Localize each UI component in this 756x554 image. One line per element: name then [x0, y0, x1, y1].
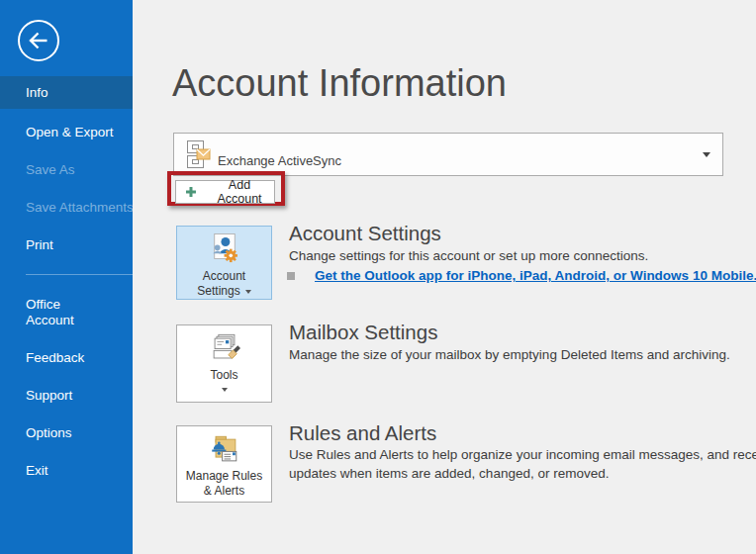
- back-arrow-icon: [16, 18, 61, 63]
- sidebar-item-save-attachments: Save Attachments: [0, 190, 133, 224]
- account-settings-icon: [206, 233, 243, 267]
- manage-rules-icon: [206, 433, 243, 467]
- sidebar-item-support[interactable]: Support: [0, 378, 133, 412]
- sidebar-item-label: Open & Export: [26, 125, 114, 139]
- section-description-mailbox-settings: Manage the size of your mailbox by empty…: [289, 345, 730, 364]
- add-account-label: Add Account: [205, 178, 274, 206]
- add-account-button[interactable]: Add Account: [175, 180, 275, 204]
- back-button[interactable]: [16, 18, 61, 63]
- sidebar-item-label: Exit: [26, 463, 48, 478]
- sidebar-item-options[interactable]: Options: [0, 416, 133, 449]
- tile-label-text: Manage Rules & Alerts: [186, 469, 262, 498]
- sidebar-item-feedback[interactable]: Feedback: [0, 340, 133, 374]
- section-heading-account-settings: Account Settings: [289, 222, 441, 245]
- bullet-square-icon: [287, 272, 295, 280]
- tile-label-text: Tools: [210, 368, 237, 382]
- outlook-app-link-row: Get the Outlook app for iPhone, iPad, An…: [287, 268, 756, 283]
- manage-rules-alerts-button[interactable]: Manage Rules & Alerts: [176, 425, 272, 503]
- tile-label: Account Settings: [181, 269, 268, 299]
- tile-label: Manage Rules & Alerts: [181, 469, 268, 499]
- section-heading-rules-alerts: Rules and Alerts: [289, 421, 436, 445]
- section-heading-mailbox-settings: Mailbox Settings: [289, 321, 437, 344]
- sidebar-item-info[interactable]: Info: [0, 76, 133, 109]
- mail-account-icon: [184, 139, 211, 170]
- tools-icon: [206, 332, 243, 366]
- sidebar-divider: [26, 274, 133, 275]
- sidebar-item-label: Print: [26, 237, 53, 252]
- get-outlook-app-link[interactable]: Get the Outlook app for iPhone, iPad, An…: [315, 268, 756, 283]
- sidebar-item-label: Support: [26, 388, 72, 403]
- plus-icon: [185, 186, 197, 198]
- tile-label-text: Account Settings: [197, 269, 245, 298]
- section-description-account-settings: Change settings for this account or set …: [289, 246, 648, 265]
- sidebar-item-exit[interactable]: Exit: [0, 453, 133, 487]
- sidebar-item-label: Save As: [26, 162, 75, 177]
- account-selector-value: Exchange ActiveSync: [218, 153, 341, 168]
- sidebar-item-label: Office Account: [26, 297, 95, 328]
- sidebar-item-print[interactable]: Print: [0, 228, 133, 261]
- description-line: Change settings for this account or set …: [289, 246, 648, 265]
- mailbox-cleanup-tools-button[interactable]: Tools: [176, 324, 272, 403]
- page-title: Account Information: [172, 62, 507, 105]
- caret-down-icon: [245, 290, 251, 294]
- tile-label: Tools: [210, 368, 237, 383]
- backstage-sidebar: Info Open & Export Save As Save Attachme…: [0, 0, 133, 554]
- caret-down-icon: [222, 388, 228, 392]
- account-settings-button[interactable]: Account Settings: [176, 226, 272, 300]
- sidebar-item-office-account[interactable]: Office Account: [0, 289, 95, 336]
- sidebar-item-save-as: Save As: [0, 152, 133, 186]
- sidebar-item-label: Feedback: [26, 350, 84, 365]
- description-line: updates when items are added, changed, o…: [289, 464, 756, 483]
- sidebar-item-label: Info: [26, 85, 48, 100]
- sidebar-item-label: Options: [26, 425, 72, 440]
- description-line: Use Rules and Alerts to help organize yo…: [289, 445, 756, 464]
- chevron-down-icon: [703, 152, 710, 157]
- sidebar-item-open-export[interactable]: Open & Export: [0, 115, 133, 148]
- account-selector-dropdown[interactable]: Exchange ActiveSync: [173, 133, 723, 176]
- description-line: Manage the size of your mailbox by empty…: [289, 345, 730, 364]
- sidebar-item-label: Save Attachments: [26, 200, 134, 215]
- section-description-rules-alerts: Use Rules and Alerts to help organize yo…: [289, 445, 756, 483]
